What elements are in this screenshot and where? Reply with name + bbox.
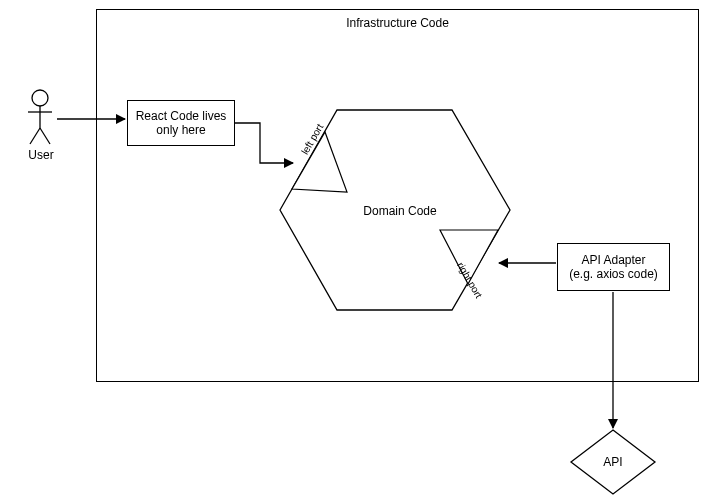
svg-point-0: [32, 90, 48, 106]
api-adapter-line1: API Adapter: [581, 253, 645, 267]
user-label: User: [24, 148, 58, 162]
svg-line-3: [30, 128, 40, 144]
api-label: API: [598, 455, 628, 469]
infrastructure-code-container: Infrastructure Code: [96, 9, 699, 382]
api-adapter-box: API Adapter (e.g. axios code): [557, 243, 670, 291]
diagram-stage: { "title": "Infrastructure Code", "user_…: [0, 0, 721, 501]
react-code-box: React Code lives only here: [127, 100, 235, 146]
infrastructure-title: Infrastructure Code: [346, 16, 449, 30]
svg-line-4: [40, 128, 50, 144]
react-code-text: React Code lives only here: [132, 109, 230, 137]
api-adapter-line2: (e.g. axios code): [569, 267, 658, 281]
domain-code-label: Domain Code: [355, 204, 445, 218]
